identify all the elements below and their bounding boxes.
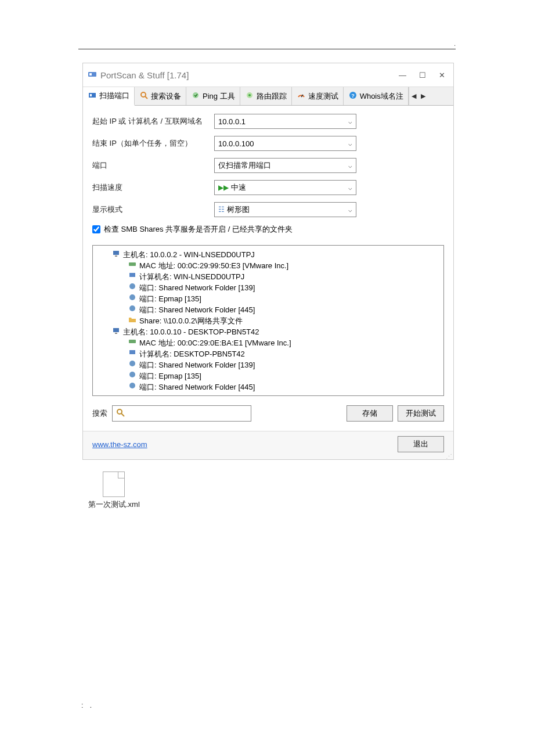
- svg-line-27: [121, 413, 124, 416]
- tree-port[interactable]: 端口: Shared Network Folder [445]: [99, 381, 438, 393]
- scan-icon: [88, 91, 97, 101]
- svg-rect-22: [129, 350, 135, 354]
- end-ip-label: 结束 IP（如单个任务，留空）: [92, 138, 214, 149]
- globe-icon: [128, 370, 137, 381]
- save-button[interactable]: 存储: [347, 405, 393, 422]
- smb-checkbox-label: 检查 SMB Shares 共享服务是否开启 / 已经共享的文件夹: [104, 224, 293, 235]
- ports-select[interactable]: 仅扫描常用端口 ⌵: [214, 158, 356, 173]
- tree-port[interactable]: 端口: Epmap [135]: [99, 370, 438, 381]
- titlebar[interactable]: PortScan & Stuff [1.74] — ☐ ✕: [83, 63, 453, 87]
- tree-pc[interactable]: 计算机名: DESKTOP-PBN5T42: [99, 348, 438, 359]
- host-icon: [111, 249, 121, 260]
- resize-grip-icon[interactable]: ⋰: [446, 455, 452, 458]
- search-input[interactable]: [112, 405, 251, 422]
- maximize-button[interactable]: ☐: [419, 71, 426, 80]
- tree-mac-label: MAC 地址: 00:0C:29:99:50:E3 [VMware Inc.]: [139, 261, 288, 271]
- ports-label: 端口: [92, 160, 214, 171]
- search-devices-icon: [139, 91, 149, 101]
- tree-mac[interactable]: MAC 地址: 00:0C:29:0E:BA:E1 [VMware Inc.]: [99, 337, 438, 348]
- svg-rect-19: [113, 328, 119, 332]
- svg-point-16: [129, 283, 135, 289]
- tree-pc[interactable]: 计算机名: WIN-LNSEDD0UTPJ: [99, 271, 438, 282]
- close-button[interactable]: ✕: [439, 71, 445, 80]
- svg-point-26: [117, 409, 122, 414]
- tree-port[interactable]: 端口: Shared Network Folder [139]: [99, 282, 438, 293]
- host-icon: [111, 326, 121, 337]
- results-tree[interactable]: 主机名: 10.0.0.2 - WIN-LNSEDD0UTPJ MAC 地址: …: [92, 245, 444, 396]
- smb-checkbox[interactable]: [92, 225, 100, 233]
- tab-ping[interactable]: Ping 工具: [186, 87, 240, 105]
- tree-host[interactable]: 主机名: 10.0.0.10 - DESKTOP-PBN5T42: [99, 326, 438, 337]
- chevron-down-icon: ⌵: [348, 140, 352, 147]
- bottom-row: 搜索 存储 开始测试: [83, 403, 453, 431]
- tab-speed-label: 速度测试: [308, 91, 338, 102]
- end-ip-value: 10.0.0.100: [218, 139, 254, 148]
- svg-rect-21: [129, 340, 136, 343]
- svg-rect-2: [89, 93, 96, 98]
- tree-port-label: 端口: Shared Network Folder [445]: [139, 382, 255, 393]
- tree-port-label: 端口: Shared Network Folder [445]: [139, 305, 255, 315]
- tab-nav-right[interactable]: ▶: [418, 92, 428, 100]
- start-test-button[interactable]: 开始测试: [398, 405, 444, 422]
- globe-icon: [128, 293, 137, 304]
- end-ip-input[interactable]: 10.0.0.100 ⌵: [214, 136, 356, 151]
- page-number: : .: [81, 701, 94, 710]
- tree-port-label: 端口: Epmap [135]: [139, 371, 201, 381]
- display-select[interactable]: ☷ 树形图 ⌵: [214, 202, 356, 217]
- exit-button[interactable]: 退出: [398, 436, 444, 452]
- minimize-button[interactable]: —: [399, 71, 406, 80]
- tab-route[interactable]: 路由跟踪: [240, 87, 292, 105]
- form-area: 起始 IP 或 计算机名 / 互联网域名 10.0.0.1 ⌵ 结束 IP（如单…: [83, 106, 453, 245]
- tree-share-label: Share: \\10.0.0.2\网络共享文件: [139, 316, 243, 326]
- row-smb-check: 检查 SMB Shares 共享服务是否开启 / 已经共享的文件夹: [92, 224, 444, 235]
- file-name-label: 第一次测试.xml: [88, 499, 140, 510]
- tab-search-devices[interactable]: 搜索设备: [135, 87, 186, 105]
- tree-port-label: 端口: Epmap [135]: [139, 294, 201, 304]
- app-icon: [88, 70, 97, 81]
- folder-icon: [128, 315, 137, 326]
- row-display: 显示模式 ☷ 树形图 ⌵: [92, 202, 444, 217]
- tree-share[interactable]: Share: \\10.0.0.2\网络共享文件: [99, 315, 438, 326]
- tree-port-label: 端口: Shared Network Folder [139]: [139, 360, 255, 370]
- svg-point-23: [129, 361, 135, 366]
- svg-text:?: ?: [351, 93, 355, 99]
- window-title: PortScan & Stuff [1.74]: [100, 70, 399, 80]
- chevron-down-icon: ⌵: [348, 118, 352, 125]
- speed-label: 扫描速度: [92, 182, 214, 193]
- tab-scan-ports[interactable]: 扫描端口: [83, 87, 135, 106]
- tree-port[interactable]: 端口: Epmap [135]: [99, 293, 438, 304]
- speed-icon: [297, 91, 306, 101]
- tab-bar: 扫描端口 搜索设备 Ping 工具 路由跟踪 速度测试 ? Whois域名注 ◀…: [83, 87, 453, 106]
- globe-icon: [128, 282, 137, 293]
- globe-icon: [128, 304, 137, 315]
- tab-whois-label: Whois域名注: [360, 91, 403, 102]
- globe-icon: [128, 359, 137, 370]
- svg-point-24: [129, 372, 135, 377]
- tab-whois[interactable]: ? Whois域名注: [344, 87, 409, 105]
- start-ip-input[interactable]: 10.0.0.1 ⌵: [214, 114, 356, 129]
- svg-point-8: [248, 94, 251, 96]
- tree-host[interactable]: 主机名: 10.0.0.2 - WIN-LNSEDD0UTPJ: [99, 249, 438, 260]
- tree-host-label: 主机名: 10.0.0.2 - WIN-LNSEDD0UTPJ: [123, 250, 255, 260]
- chevron-down-icon: ⌵: [348, 206, 352, 214]
- speed-select[interactable]: ▶▶ 中速 ⌵: [214, 180, 356, 195]
- magnifier-icon: [116, 408, 125, 419]
- desktop-file[interactable]: 第一次测试.xml: [88, 471, 140, 510]
- website-link[interactable]: www.the-sz.com: [92, 440, 147, 449]
- tab-ping-label: Ping 工具: [203, 91, 235, 102]
- svg-line-5: [145, 96, 147, 99]
- ports-value: 仅扫描常用端口: [218, 160, 271, 171]
- tree-mac[interactable]: MAC 地址: 00:0C:29:99:50:E3 [VMware Inc.]: [99, 260, 438, 271]
- svg-rect-20: [115, 333, 117, 334]
- tree-port-label: 端口: Shared Network Folder [139]: [139, 283, 255, 293]
- route-icon: [245, 91, 254, 101]
- tree-host-label: 主机名: 10.0.0.10 - DESKTOP-PBN5T42: [123, 327, 259, 337]
- tree-port[interactable]: 端口: Shared Network Folder [139]: [99, 359, 438, 370]
- tab-nav-left[interactable]: ◀: [409, 92, 418, 100]
- tab-speed[interactable]: 速度测试: [292, 87, 344, 105]
- tree-pc-label: 计算机名: WIN-LNSEDD0UTPJ: [139, 272, 244, 282]
- tree-port[interactable]: 端口: Shared Network Folder [445]: [99, 304, 438, 315]
- svg-rect-1: [89, 73, 92, 75]
- svg-rect-3: [90, 94, 92, 96]
- svg-rect-13: [115, 255, 117, 257]
